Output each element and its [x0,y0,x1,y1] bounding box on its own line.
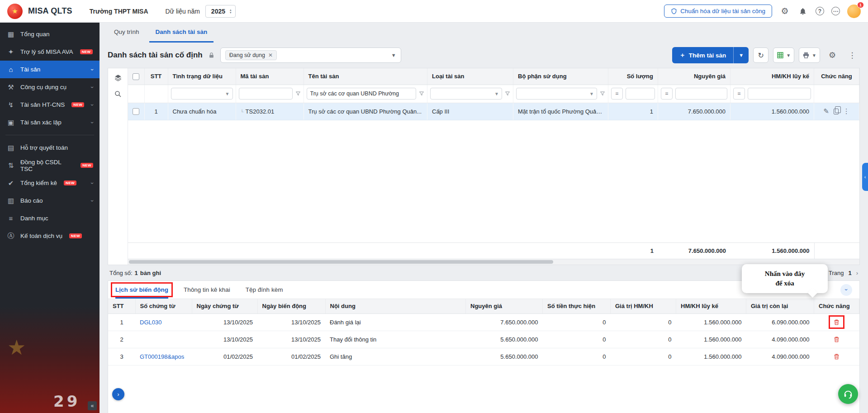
year-spinner-icon[interactable]: ▴▾ [230,9,232,14]
column-header-ma-tai-san[interactable]: Mã tài sản [236,68,304,85]
sidebar-item-tai-san[interactable]: ⌂ Tài sản › [0,61,100,78]
column-header-ten-tai-san[interactable]: Tên tài sản [304,68,427,85]
cost-filter-input[interactable] [675,88,727,100]
sidebar-item-danh-muc[interactable]: ≡ Danh mục [0,209,100,227]
status-filter-select[interactable]: ▼ [171,88,233,100]
grid-side-rail [108,68,128,265]
column-header-gia-tri-hmkh[interactable]: Giá trị HM/KH [611,299,676,313]
delete-button[interactable] [830,334,843,345]
tab-quy-trinh[interactable]: Quy trình [108,23,146,43]
row-checkbox[interactable] [133,108,139,115]
page-number[interactable]: 1 [848,270,851,276]
data-year-label: Dữ liệu năm [166,8,200,15]
sidebar-item-tro-ly-so[interactable]: ✦ Trợ lý số MISA AVA NEW [0,43,100,61]
sidebar-item-tong-quan[interactable]: ▦ Tổng quan [0,25,100,43]
column-header-nguyen-gia[interactable]: Nguyên giá [466,299,543,313]
sidebar-item-tai-san-ht-cns[interactable]: ↯ Tài sản HT-CNS NEW › [0,96,100,114]
cell-department: Mặt trận tổ quốc Phường Quản... [513,103,608,120]
add-asset-button[interactable]: ＋ Thêm tài sản [672,47,733,63]
column-header-chuc-nang[interactable]: Chức năng [814,299,859,313]
year-selector[interactable]: 2025 ▴▾ [205,5,236,18]
filter-funnel-icon[interactable] [505,91,510,96]
sidebar-item-bao-cao[interactable]: ▥ Báo cáo › [0,192,100,209]
scrollbar-thumb[interactable] [129,260,553,264]
search-icon[interactable] [114,90,122,98]
sidebar-item-cong-cu-dung-cu[interactable]: ⚒ Công cụ dụng cụ › [0,78,100,96]
document-link[interactable]: GT000198&apos [140,353,184,360]
quantity-filter-input[interactable] [626,88,655,100]
select-all-checkbox[interactable] [133,73,139,80]
delete-button[interactable] [830,351,843,362]
column-header-so-luong[interactable]: Số lượng [608,68,658,85]
sidebar-item-dong-bo-csdl[interactable]: ⇅ Đồng bộ CSDL TSC NEW [0,157,100,174]
column-header-stt[interactable]: STT [144,68,168,85]
grid-settings-button[interactable]: ⚙ [825,47,840,63]
column-header-ngay-chung-tu[interactable]: Ngày chứng từ [192,299,257,313]
add-asset-dropdown[interactable]: ▼ [733,47,749,63]
settings-gear-icon[interactable]: ⚙ [779,6,790,17]
column-header-tinh-trang[interactable]: Tình trạng dữ liệu [168,68,236,85]
tab-lich-su-bien-dong[interactable]: Lịch sử biến động [115,281,168,299]
operator-select[interactable]: = [661,88,673,100]
sidebar-collapse-button[interactable]: « [88,401,97,410]
column-header-noi-dung[interactable]: Nội dung [325,299,466,313]
status-filter-combobox[interactable]: Đang sử dụng ✕ ▼ [220,47,401,63]
print-button[interactable]: ▼ [799,47,820,63]
delete-button[interactable] [829,315,844,329]
collapse-panel-button[interactable]: › [840,284,852,296]
refresh-button[interactable]: ↻ [753,47,768,63]
asset-table-row[interactable]: 1 Chưa chuẩn hóa └TS2032.01 Trụ sở các c… [128,103,859,120]
column-header-stt[interactable]: STT [108,299,135,313]
column-header-so-chung-tu[interactable]: Số chứng từ [135,299,192,313]
support-chat-button[interactable] [838,384,858,404]
cell-doc-date: 13/10/2025 [192,331,257,348]
normalize-data-button[interactable]: Chuẩn hóa dữ liệu tài sản công [664,5,772,18]
department-filter-select[interactable]: ▼ [516,88,597,100]
next-page-icon[interactable]: › [856,270,858,276]
name-filter-input[interactable] [307,88,417,100]
toolbar-actions: ＋ Thêm tài sản ▼ ↻ ▼ ▼ ⚙ ⋮ [672,47,860,63]
chip-remove-icon[interactable]: ✕ [268,52,273,58]
user-avatar[interactable]: 1 [847,5,861,18]
column-header-hm-kh[interactable]: HM/KH lũy kế [730,68,814,85]
type-filter-select[interactable]: ▼ [430,88,502,100]
asset-grid-panel: STT Tình trạng dữ liệu Mã tài sản Tên tà… [108,68,860,265]
asset-filter-row: ▼ ▼ [128,85,859,103]
tab-thong-tin-ke-khai[interactable]: Thông tin kê khai [184,281,230,299]
column-header-nguyen-gia[interactable]: Nguyên giá [658,68,730,85]
operator-select[interactable]: = [733,88,745,100]
code-filter-input[interactable] [239,88,293,100]
column-header-gia-tri-con-lai[interactable]: Giá trị còn lại [746,299,814,313]
row-more-icon[interactable]: ⋮ [843,107,850,115]
column-header-loai-tai-san[interactable]: Loại tài sản [427,68,513,85]
column-header-bo-phan[interactable]: Bộ phận sử dụng [513,68,608,85]
layers-icon[interactable] [114,74,122,82]
filter-funnel-icon[interactable] [419,91,424,96]
column-header-chuc-nang[interactable]: Chức năng [814,68,859,85]
detail-panel: Lịch sử biến động Thông tin kê khai Tệp … [108,280,860,413]
tab-tep-dinh-kem[interactable]: Tệp đính kèm [246,281,283,299]
column-header-so-tien[interactable]: Số tiền thực hiện [543,299,611,313]
help-icon[interactable]: ? [816,7,824,15]
accum-filter-input[interactable] [748,88,811,100]
column-header-hmkh-luy-ke[interactable]: HM/KH lũy kế [676,299,746,313]
document-link[interactable]: DGL030 [140,319,161,326]
edit-icon[interactable]: ✎ [823,107,829,115]
filter-funnel-icon[interactable] [295,91,301,96]
printer-icon [802,52,810,59]
sidebar-item-tai-san-xac-lap[interactable]: ▣ Tài sản xác lập › [0,114,100,131]
duplicate-icon[interactable] [834,109,839,114]
operator-select[interactable]: = [611,88,623,100]
sidebar-item-tong-kiem-ke[interactable]: ✔ Tổng kiểm kê NEW › [0,174,100,192]
tab-danh-sach-tai-san[interactable]: Danh sách tài sản [149,23,214,43]
filter-funnel-icon[interactable] [600,91,605,96]
expand-panel-button[interactable]: › [112,388,124,400]
column-header-ngay-bien-dong[interactable]: Ngày biến động [257,299,325,313]
sidebar-item-ke-toan-dich-vu[interactable]: Ⓐ Kế toán dịch vụ NEW [0,227,100,245]
side-drawer-handle[interactable]: ‹ [862,163,868,191]
grid-view-button[interactable]: ▼ [773,47,794,63]
more-options-icon[interactable]: ⋯ [831,7,840,15]
notifications-bell-icon[interactable] [797,6,808,17]
more-actions-button[interactable]: ⋮ [844,47,860,63]
sidebar-item-ho-tro-quyet-toan[interactable]: ▤ Hỗ trợ quyết toán [0,139,100,157]
